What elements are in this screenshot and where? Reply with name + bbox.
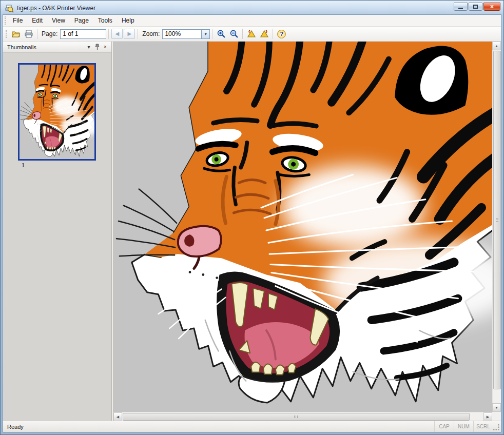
- toolbar-grip-handle[interactable]: [6, 30, 7, 38]
- left-arrow-icon: ◀: [117, 415, 119, 419]
- page-input[interactable]: [60, 29, 106, 39]
- vertical-scrollbar[interactable]: ▲ ▼: [492, 42, 501, 412]
- scroll-up-button[interactable]: ▲: [492, 42, 501, 50]
- scroll-lock-indicator: SCRL: [473, 421, 493, 432]
- minimize-icon: [458, 8, 463, 9]
- help-button[interactable]: ?: [275, 28, 288, 40]
- menu-grip-handle[interactable]: [5, 16, 6, 25]
- page-thumbnail[interactable]: [18, 63, 96, 161]
- rotate-left-icon: [247, 29, 256, 38]
- right-arrow-icon: ▶: [487, 415, 489, 419]
- panel-menu-button[interactable]: ▾: [85, 43, 93, 51]
- open-button[interactable]: [9, 28, 22, 40]
- print-icon: [24, 29, 33, 38]
- status-message: Ready: [3, 421, 434, 432]
- next-page-icon: ▶: [128, 31, 132, 36]
- help-icon: ?: [277, 30, 286, 38]
- page-label: Page:: [42, 30, 57, 37]
- panel-close-button[interactable]: ×: [101, 43, 109, 51]
- zoom-label: Zoom:: [142, 30, 160, 37]
- maximize-icon: [473, 5, 478, 9]
- num-lock-indicator: NUM: [454, 421, 473, 432]
- app-window: tiger.ps - O&K Printer Viewer × File Edi…: [0, 0, 504, 435]
- zoom-combobox: ▾: [162, 29, 210, 39]
- thumbnail-page-number: 1: [22, 162, 111, 168]
- menu-file[interactable]: File: [8, 15, 27, 26]
- scroll-left-button[interactable]: ◀: [113, 412, 122, 421]
- thumbnails-panel-title: Thumbnails: [7, 44, 85, 50]
- thumbnails-panel: Thumbnails ▾ ×: [3, 42, 112, 421]
- toolbar-separator: [138, 29, 138, 39]
- zoom-in-button[interactable]: [215, 28, 227, 40]
- status-bar: Ready CAP NUM SCRL: [3, 421, 501, 432]
- rotate-right-icon: [260, 29, 269, 38]
- app-body: File Edit View Page Tools Help: [3, 14, 501, 432]
- menu-view[interactable]: View: [47, 15, 70, 26]
- zoom-dropdown-button[interactable]: ▾: [201, 29, 210, 39]
- chevron-down-icon: ▾: [87, 44, 90, 50]
- resize-grip-handle[interactable]: [493, 421, 501, 432]
- tiger-thumbnail-image: [20, 65, 94, 159]
- menu-edit[interactable]: Edit: [27, 15, 47, 26]
- close-button[interactable]: ×: [483, 3, 500, 11]
- rotate-right-button[interactable]: [258, 28, 270, 40]
- toolbar-separator: [37, 29, 37, 39]
- toolbar-separator: [212, 29, 212, 39]
- resize-grip-icon: [493, 424, 500, 431]
- title-bar[interactable]: tiger.ps - O&K Printer Viewer ×: [3, 1, 501, 14]
- main-area: Thumbnails ▾ ×: [3, 42, 501, 421]
- tiger-image: [113, 42, 492, 412]
- zoom-in-icon: [217, 29, 226, 38]
- pin-icon: [94, 44, 100, 50]
- window-controls: ×: [454, 3, 500, 11]
- scroll-right-button[interactable]: ▶: [483, 412, 492, 421]
- document-canvas: ▲ ▼ ◀ ▶: [113, 42, 501, 421]
- close-icon: ×: [490, 4, 494, 10]
- up-arrow-icon: ▲: [495, 44, 498, 48]
- vertical-scroll-thumb[interactable]: [493, 51, 501, 389]
- rotate-left-button[interactable]: [245, 28, 258, 40]
- panel-pin-button[interactable]: [93, 43, 101, 51]
- minimize-button[interactable]: [454, 3, 468, 11]
- toolbar: Page: ◀ ▶ Zoom: ▾: [3, 27, 501, 42]
- caps-lock-indicator: CAP: [434, 421, 454, 432]
- close-icon: ×: [104, 44, 107, 50]
- toolbar-separator: [242, 29, 243, 39]
- zoom-out-button[interactable]: [227, 28, 240, 40]
- next-page-button[interactable]: ▶: [124, 29, 135, 39]
- print-button[interactable]: [22, 28, 35, 40]
- zoom-input[interactable]: [162, 29, 201, 39]
- scroll-down-button[interactable]: ▼: [492, 403, 501, 412]
- maximize-button[interactable]: [469, 3, 482, 11]
- down-arrow-icon: ▼: [495, 406, 498, 409]
- horizontal-scroll-thumb[interactable]: [123, 413, 470, 421]
- menu-tools[interactable]: Tools: [93, 15, 117, 26]
- menu-help[interactable]: Help: [117, 15, 139, 26]
- previous-page-icon: ◀: [115, 31, 120, 36]
- previous-page-button[interactable]: ◀: [111, 29, 123, 39]
- thumbnails-panel-body: 1: [3, 53, 111, 421]
- menu-page[interactable]: Page: [70, 15, 93, 26]
- horizontal-scrollbar[interactable]: ◀ ▶: [113, 412, 492, 421]
- window-title: tiger.ps - O&K Printer Viewer: [17, 5, 454, 12]
- menu-bar: File Edit View Page Tools Help: [3, 15, 501, 27]
- app-icon: [5, 4, 14, 13]
- zoom-out-icon: [229, 29, 239, 38]
- toolbar-separator: [108, 29, 109, 39]
- chevron-down-icon: ▾: [205, 32, 207, 36]
- thumbnails-panel-header: Thumbnails ▾ ×: [3, 42, 111, 53]
- toolbar-separator: [273, 29, 273, 39]
- open-icon: [11, 29, 21, 38]
- scrollbar-corner: [492, 412, 501, 421]
